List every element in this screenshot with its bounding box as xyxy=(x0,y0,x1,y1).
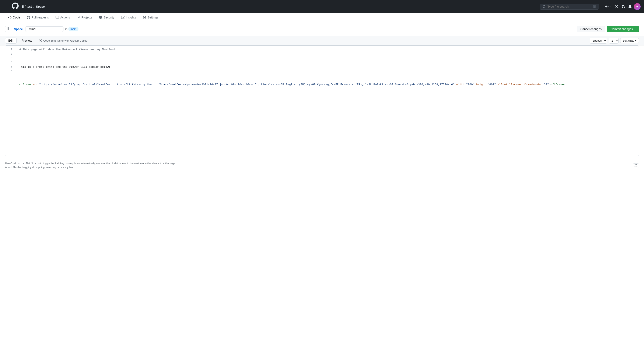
tab-code[interactable]: Code xyxy=(5,13,23,22)
footer-attach-hint: Attach files by dragging & dropping, sel… xyxy=(5,166,639,169)
footer-key1: Control + Shift + m xyxy=(10,162,40,165)
commit-button[interactable]: Commit changes... xyxy=(607,26,639,32)
editor-area: 1 2 3 4 5 6 # This page will show the Un… xyxy=(5,46,639,156)
tab-insights[interactable]: Insights xyxy=(118,13,139,22)
editor-footer-bar: Use Control + Shift + m to toggle the ta… xyxy=(0,160,644,171)
search-input[interactable] xyxy=(548,5,592,8)
edit-tab-button[interactable]: Edit xyxy=(5,38,16,44)
soft-wrap-arrow: ▾ xyxy=(635,39,636,42)
soft-wrap-button[interactable]: Soft wrap ▾ xyxy=(620,38,639,43)
header-actions: Cancel changes Commit changes... xyxy=(577,26,639,32)
footer-key2: tab xyxy=(55,162,60,165)
editor-settings: Spaces 2 Soft wrap ▾ xyxy=(590,38,639,44)
settings-icon xyxy=(143,16,146,19)
editor-toolbar: Edit Preview Code 55% faster with GitHub… xyxy=(0,36,644,46)
line-numbers: 1 2 3 4 5 6 xyxy=(5,46,16,156)
tab-settings[interactable]: Settings xyxy=(140,13,161,22)
branch-name: main xyxy=(68,27,78,31)
search-box[interactable]: / xyxy=(540,4,599,10)
navbar-sep: / xyxy=(34,5,34,8)
soft-wrap-label: Soft wrap xyxy=(622,39,634,42)
breadcrumb-repo-link[interactable]: Space xyxy=(14,27,23,31)
navbar-repo-link[interactable]: Space xyxy=(36,5,45,8)
tab-pull-requests[interactable]: Pull requests xyxy=(24,13,52,22)
copilot-text: Code 55% faster with GitHub Copilot xyxy=(43,39,88,42)
navbar-right-actions: ✦ xyxy=(603,3,640,10)
breadcrumb: Space / xyxy=(14,26,64,32)
pull-requests-button[interactable] xyxy=(620,4,626,10)
filename-input[interactable] xyxy=(25,26,64,32)
fullscreen-button[interactable] xyxy=(633,163,639,168)
code-line-2 xyxy=(19,56,635,61)
branch-info: in main xyxy=(65,27,78,31)
editor-container: 1 2 3 4 5 6 # This page will show the Un… xyxy=(5,46,639,156)
avatar[interactable]: ✦ xyxy=(634,3,640,10)
security-icon xyxy=(99,16,102,19)
fullscreen-icon xyxy=(634,164,638,167)
code-line-6 xyxy=(19,92,635,96)
tab-security[interactable]: Security xyxy=(96,13,117,22)
copilot-hint: Code 55% faster with GitHub Copilot xyxy=(37,39,90,42)
line-number-6: 6 xyxy=(9,70,12,74)
tab-code-label: Code xyxy=(13,16,20,19)
notifications-button[interactable] xyxy=(627,4,633,10)
breadcrumb-sep: / xyxy=(24,27,24,31)
tab-actions[interactable]: Actions xyxy=(52,13,73,22)
hamburger-button[interactable] xyxy=(4,4,8,10)
line-number-1: 1 xyxy=(9,47,12,52)
github-logo[interactable] xyxy=(12,3,19,11)
insights-icon xyxy=(121,16,124,19)
branch-label: in xyxy=(65,27,68,31)
code-editor[interactable]: # This page will show the Universal View… xyxy=(16,46,639,156)
tab-settings-label: Settings xyxy=(148,16,158,19)
code-line-1: # This page will show the Universal View… xyxy=(19,47,635,52)
search-kbd: / xyxy=(593,5,596,8)
main-content: Space / in main Cancel changes Commit ch… xyxy=(0,22,644,175)
issues-button[interactable] xyxy=(614,4,620,10)
line-number-4: 4 xyxy=(9,61,12,65)
tab-insights-label: Insights xyxy=(126,16,136,19)
cancel-button[interactable]: Cancel changes xyxy=(577,26,605,32)
sidebar-toggle-button[interactable] xyxy=(5,26,12,32)
pr-icon xyxy=(27,16,30,19)
indent-size-select[interactable]: 2 xyxy=(609,38,618,44)
preview-tab-button[interactable]: Preview xyxy=(18,38,35,44)
code-line-3: This is a short intro and the viewer wil… xyxy=(19,65,635,70)
tab-actions-label: Actions xyxy=(60,16,70,19)
footer-keyboard-hint: Use Control + Shift + m to toggle the ta… xyxy=(5,162,639,165)
navbar-owner-link[interactable]: iiif-test xyxy=(22,5,32,8)
tab-projects[interactable]: Projects xyxy=(74,13,95,22)
copilot-icon xyxy=(38,39,42,42)
projects-icon xyxy=(77,16,80,19)
code-line-5: <iframe src="https://uv-v4.netlify.app/u… xyxy=(19,83,635,87)
footer-key3: esc xyxy=(101,162,106,165)
line-number-5: 5 xyxy=(9,65,12,70)
footer-key4: tab xyxy=(112,162,117,165)
repo-tabs: Code Pull requests Actions Projects Secu… xyxy=(0,13,644,22)
navbar: iiif-test / Space / ✦ xyxy=(0,0,644,13)
tab-security-label: Security xyxy=(104,16,114,19)
line-number-3: 3 xyxy=(9,56,12,61)
indent-type-select[interactable]: Spaces xyxy=(590,38,607,44)
editor-header: Space / in main Cancel changes Commit ch… xyxy=(0,22,644,36)
navbar-breadcrumb: iiif-test / Space xyxy=(22,5,45,8)
actions-icon xyxy=(56,16,59,19)
tab-projects-label: Projects xyxy=(82,16,92,19)
code-icon xyxy=(8,16,12,19)
new-button[interactable] xyxy=(603,4,612,10)
line-number-2: 2 xyxy=(9,52,12,56)
tab-pr-label: Pull requests xyxy=(32,16,49,19)
code-line-4 xyxy=(19,74,635,78)
search-icon xyxy=(542,5,546,8)
